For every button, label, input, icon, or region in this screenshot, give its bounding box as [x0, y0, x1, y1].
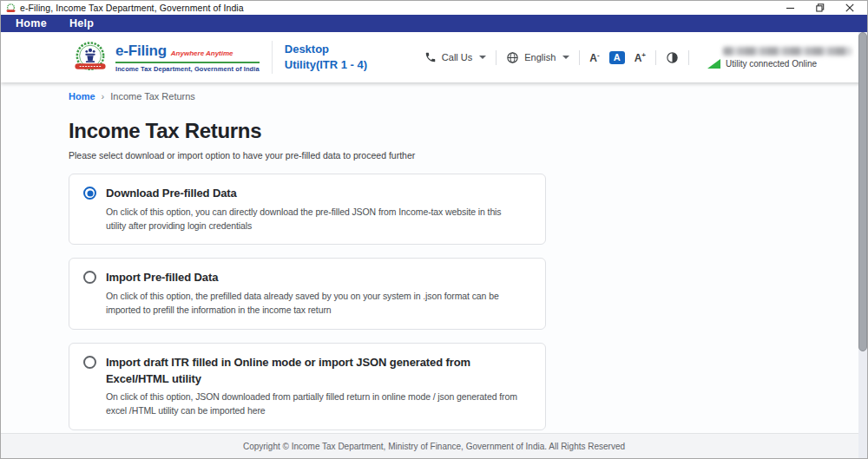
- footer: Copyright © Income Tax Department, Minis…: [1, 433, 867, 458]
- scrollbar-thumb[interactable]: [858, 32, 867, 351]
- language-label: English: [524, 52, 556, 62]
- option-description: On click of this option, the prefilled d…: [106, 290, 521, 318]
- window-title: e-Filing, Income Tax Department, Governm…: [20, 3, 244, 13]
- menu-item-help[interactable]: Help: [69, 17, 94, 30]
- app-window: e-Filing, Income Tax Department, Governm…: [0, 0, 868, 459]
- brand-name: e-Filing: [115, 43, 167, 60]
- logo-subtitle: Income Tax Department, Government of Ind…: [115, 65, 260, 73]
- header-divider: [272, 41, 273, 74]
- option-card-import-prefilled-data[interactable]: Import Pre-filled Data On click of this …: [69, 258, 546, 329]
- window-controls: [786, 3, 862, 13]
- contrast-toggle[interactable]: [666, 51, 679, 64]
- call-us-label: Call Us: [442, 52, 472, 62]
- breadcrumb-separator-icon: ›: [102, 91, 105, 102]
- income-tax-dept-emblem-icon: [74, 41, 107, 74]
- option-title: Download Pre-filled Data: [106, 186, 521, 202]
- chevron-down-icon: [479, 56, 486, 59]
- page-subtitle: Please select download or import option …: [69, 150, 867, 161]
- option-title: Import draft ITR filled in Online mode o…: [106, 355, 531, 388]
- page-body: Home › Income Tax Returns Income Tax Ret…: [1, 82, 867, 433]
- connection-status: Utility connected Online: [726, 59, 817, 69]
- contrast-half-circle-icon: [666, 51, 679, 64]
- vertical-scrollbar[interactable]: [858, 32, 867, 458]
- option-description: On click of this option, JSON downloaded…: [106, 390, 521, 418]
- option-text: Import draft ITR filled in Online mode o…: [106, 355, 531, 418]
- menu-bar: Home Help: [1, 15, 867, 32]
- chevron-down-icon: [562, 56, 569, 59]
- header-divider: [688, 50, 689, 65]
- restore-button[interactable]: [815, 3, 825, 13]
- radio-dot: [87, 190, 93, 196]
- header-actions: Call Us English A- A A+: [424, 47, 852, 69]
- breadcrumb-current: Income Tax Returns: [110, 91, 195, 102]
- copyright-text: Copyright © Income Tax Department, Minis…: [243, 442, 625, 451]
- header-divider: [496, 50, 496, 65]
- green-rule: [115, 62, 260, 63]
- option-title: Import Pre-filled Data: [106, 270, 521, 286]
- green-signal-triangle-icon: [707, 59, 720, 69]
- font-increase-button[interactable]: A+: [635, 51, 646, 64]
- brand-tagline: Anywhere Anytime: [171, 49, 233, 57]
- minimize-button[interactable]: [786, 3, 796, 13]
- menu-item-home[interactable]: Home: [16, 17, 47, 30]
- app-title: Desktop Utility(ITR 1 - 4): [285, 42, 367, 72]
- app-title-line1: Desktop: [285, 42, 367, 57]
- app-title-line2: Utility(ITR 1 - 4): [285, 57, 367, 73]
- close-button[interactable]: [845, 3, 855, 13]
- option-text: Download Pre-filled Data On click of thi…: [106, 186, 521, 233]
- language-dropdown[interactable]: English: [506, 51, 569, 64]
- option-description: On click of this option, you can directl…: [106, 206, 521, 233]
- page-title: Income Tax Returns: [69, 119, 867, 143]
- header-divider: [655, 50, 656, 65]
- option-card-download-prefilled-data[interactable]: Download Pre-filled Data On click of thi…: [69, 174, 546, 245]
- utility-status-block: Utility connected Online: [707, 47, 852, 69]
- app-emblem-small-icon: [6, 3, 16, 13]
- header-divider: [579, 50, 580, 65]
- app-header: e-Filing Anywhere Anytime Income Tax Dep…: [1, 32, 867, 82]
- titlebar: e-Filing, Income Tax Department, Governm…: [1, 1, 867, 15]
- redacted-version-text: [723, 47, 852, 56]
- radio-import-draft-itr[interactable]: [83, 356, 96, 369]
- font-normal-button[interactable]: A: [609, 51, 625, 64]
- call-us-dropdown[interactable]: Call Us: [424, 51, 486, 63]
- breadcrumb-home-link[interactable]: Home: [69, 91, 95, 102]
- phone-icon: [424, 51, 437, 63]
- option-card-import-draft-itr[interactable]: Import draft ITR filled in Online mode o…: [69, 343, 546, 430]
- option-text: Import Pre-filled Data On click of this …: [106, 270, 521, 317]
- radio-import-prefilled-data[interactable]: [83, 271, 96, 284]
- globe-icon: [506, 51, 519, 64]
- radio-download-prefilled-data[interactable]: [83, 187, 96, 200]
- breadcrumb: Home › Income Tax Returns: [69, 91, 867, 102]
- logo-text: e-Filing Anywhere Anytime Income Tax Dep…: [115, 43, 260, 73]
- font-decrease-button[interactable]: A-: [589, 51, 599, 64]
